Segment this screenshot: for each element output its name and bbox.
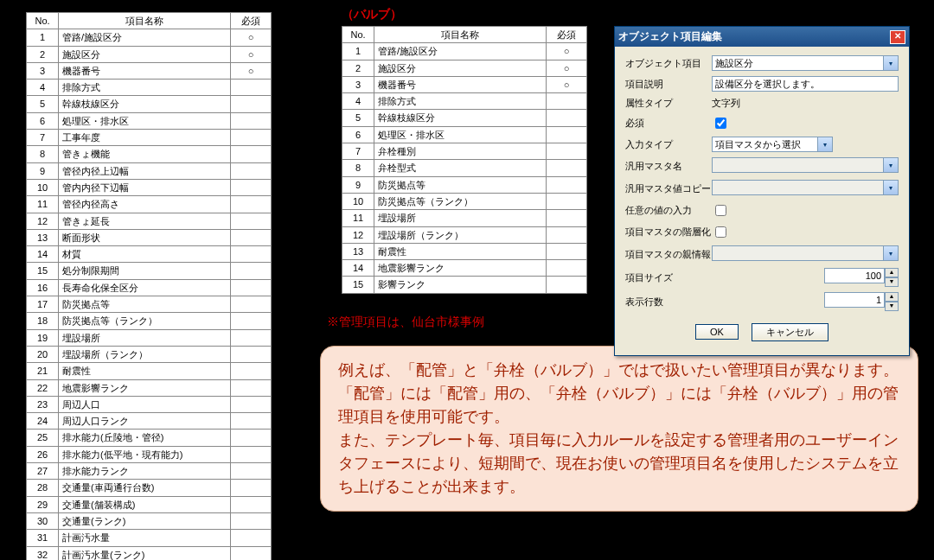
chevron-down-icon[interactable]: ▾ — [883, 181, 898, 194]
cell-required — [231, 229, 272, 245]
cell-required — [231, 112, 272, 129]
spinner-down-icon[interactable]: ▼ — [885, 302, 899, 311]
table-row: 6処理区・排水区 — [27, 112, 272, 129]
cell-no: 4 — [27, 80, 59, 96]
cell-required: ○ — [231, 62, 272, 79]
gp-master-copy-select[interactable]: ▾ — [712, 180, 899, 195]
cell-required — [547, 160, 587, 176]
parent-select[interactable]: ▾ — [712, 245, 899, 261]
cell-name: 防災拠点等 — [59, 296, 231, 313]
size-input[interactable] — [824, 268, 885, 283]
cell-required — [231, 430, 272, 446]
cell-name: 管径内径高さ — [59, 196, 231, 213]
close-icon[interactable]: ✕ — [890, 30, 905, 44]
table-row: 5幹線枝線区分 — [342, 110, 587, 126]
cell-required — [231, 329, 272, 346]
cell-required — [547, 126, 587, 143]
col-header-req: 必須 — [547, 27, 587, 43]
cell-name: 機器番号 — [59, 62, 231, 79]
table-row: 4排除方式 — [27, 80, 272, 96]
chevron-down-icon[interactable]: ▾ — [883, 246, 898, 260]
cell-name: 排除方式 — [374, 93, 547, 110]
cell-no: 17 — [27, 296, 59, 313]
spinner-up-icon[interactable]: ▲ — [885, 292, 899, 302]
table-row: 24周辺人口ランク — [27, 413, 272, 430]
col-header-name: 項目名称 — [374, 27, 547, 43]
ok-button[interactable]: OK — [695, 324, 739, 340]
spinner-up-icon[interactable]: ▲ — [885, 268, 899, 277]
right-items-table: No. 項目名称 必須 1管路/施設区分○2施設区分○3機器番号○4排除方式5幹… — [342, 26, 587, 294]
cell-name: 管径内径上辺幅 — [59, 162, 231, 179]
cell-required — [231, 463, 272, 480]
cell-name: 交通量(舗装構成) — [59, 496, 231, 512]
cell-name: 排除方式 — [59, 80, 231, 96]
hier-checkbox[interactable] — [715, 226, 726, 238]
cell-no: 10 — [342, 193, 374, 209]
explanation-text: 例えば、「配管」と「弁栓（バルブ）」ではで扱いたい管理項目が異なります。 「配管… — [320, 346, 918, 512]
cell-no: 21 — [27, 363, 59, 379]
cell-name: 処理区・排水区 — [374, 126, 547, 143]
spinner-down-icon[interactable]: ▼ — [885, 277, 899, 287]
table-row: 19埋設場所 — [27, 329, 272, 346]
rows-spinner[interactable]: ▲▼ — [824, 292, 899, 311]
cell-name: 管内内径下辺幅 — [59, 179, 231, 195]
cell-required — [547, 143, 587, 160]
table-row: 28交通量(車両通行台数) — [27, 480, 272, 496]
rows-input[interactable] — [824, 292, 885, 308]
table-row: 18防災拠点等（ランク） — [27, 313, 272, 329]
table-row: 20埋設場所（ランク） — [27, 346, 272, 362]
cell-name: 周辺人口ランク — [59, 413, 231, 430]
table-row: 22地震影響ランク — [27, 379, 272, 396]
table-row: 1管路/施設区分○ — [342, 43, 587, 60]
table-row: 8弁栓型式 — [342, 160, 587, 176]
cell-required: ○ — [547, 43, 587, 60]
table-row: 15処分制限期間 — [27, 263, 272, 279]
cell-no: 23 — [27, 396, 59, 412]
table-row: 4排除方式 — [342, 93, 587, 110]
cell-no: 1 — [27, 29, 59, 46]
cell-name: 計画汚水量(ランク) — [59, 546, 231, 560]
chevron-down-icon[interactable]: ▾ — [817, 137, 832, 151]
table-row: 2施設区分○ — [27, 46, 272, 62]
cell-name: 管路/施設区分 — [374, 43, 547, 60]
valve-label: （バルブ） — [342, 7, 402, 22]
label-description: 項目説明 — [625, 78, 712, 91]
object-item-edit-dialog: オブジェクト項目編集 ✕ オブジェクト項目 施設区分▾ 項目説明 属性タイプ 文… — [614, 26, 910, 356]
table-row: 15影響ランク — [342, 277, 587, 293]
table-row: 13断面形状 — [27, 229, 272, 245]
cell-no: 13 — [342, 243, 374, 259]
cell-name: 材質 — [59, 246, 231, 263]
arbitrary-checkbox[interactable] — [715, 205, 726, 216]
chevron-down-icon[interactable]: ▾ — [883, 158, 898, 172]
label-gp-master-copy: 汎用マスタ値コピー — [625, 182, 712, 195]
cell-no: 26 — [27, 446, 59, 462]
required-checkbox[interactable] — [715, 118, 726, 129]
cell-name: 幹線枝線区分 — [59, 96, 231, 112]
chevron-down-icon[interactable]: ▾ — [883, 56, 898, 70]
table-row: 32計画汚水量(ランク) — [27, 546, 272, 560]
table-row: 5幹線枝線区分 — [27, 96, 272, 112]
table-row: 3機器番号○ — [27, 62, 272, 79]
table-row: 9管径内径上辺幅 — [27, 162, 272, 179]
input-type-select[interactable]: 項目マスタから選択▾ — [712, 137, 833, 152]
cell-required — [547, 260, 587, 277]
cell-required — [231, 179, 272, 195]
cell-name: 管きょ機能 — [59, 146, 231, 162]
object-item-select[interactable]: 施設区分▾ — [712, 55, 899, 71]
label-input-type: 入力タイプ — [625, 138, 712, 151]
cell-name: 防災拠点等（ランク） — [374, 193, 547, 209]
cell-required — [231, 446, 272, 462]
cell-required — [547, 176, 587, 193]
cell-name: 処理区・排水区 — [59, 112, 231, 129]
cell-required — [231, 246, 272, 263]
gp-master-name-select[interactable]: ▾ — [712, 157, 899, 173]
cell-name: 防災拠点等 — [374, 176, 547, 193]
cell-no: 27 — [27, 463, 59, 480]
cell-required — [231, 546, 272, 560]
description-input[interactable] — [712, 76, 899, 92]
cell-no: 8 — [27, 146, 59, 162]
cell-no: 9 — [27, 162, 59, 179]
label-gp-master-name: 汎用マスタ名 — [625, 160, 712, 173]
cancel-button[interactable]: キャンセル — [752, 323, 828, 341]
size-spinner[interactable]: ▲▼ — [824, 268, 899, 287]
